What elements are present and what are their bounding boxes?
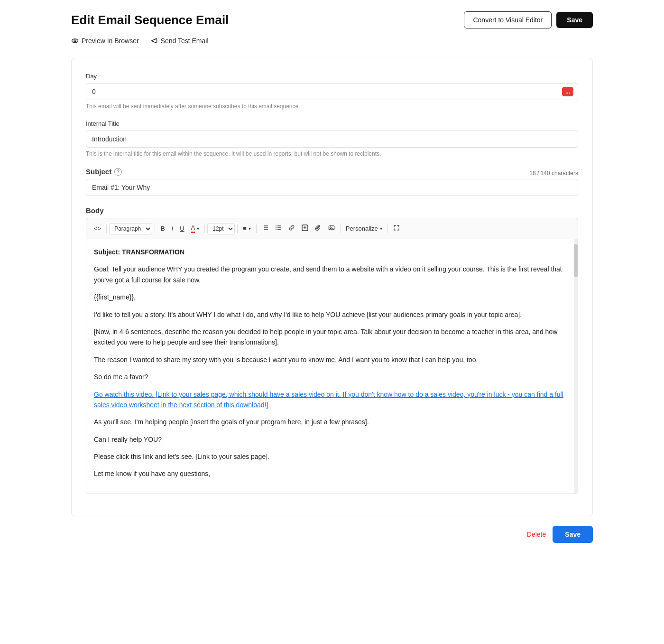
editor-content: Subject: TRANSFORMATION Goal: Tell your … xyxy=(94,247,570,479)
svg-point-16 xyxy=(276,229,277,230)
bold-label: B xyxy=(160,225,165,232)
insert-plus-button[interactable] xyxy=(299,223,311,234)
svg-text:3: 3 xyxy=(262,228,264,231)
align-button[interactable]: ≡ ▾ xyxy=(240,223,254,234)
personalize-button[interactable]: Personalize ▾ xyxy=(343,223,385,234)
ordered-list-icon: 1 2 3 xyxy=(262,224,268,233)
editor-para-11: Let me know if you have any questions, xyxy=(94,468,570,479)
link-button[interactable] xyxy=(286,223,298,234)
subject-help-icon[interactable]: ? xyxy=(114,168,122,176)
font-color-button[interactable]: A ▾ xyxy=(188,222,203,235)
divider-6 xyxy=(340,224,341,233)
editor-para-1: Goal: Tell your audience WHY you created… xyxy=(94,264,570,285)
attach-icon xyxy=(315,224,322,233)
preview-label: Preview In Browser xyxy=(82,37,139,45)
internal-title-input[interactable] xyxy=(86,131,578,148)
footer-actions: Delete Save xyxy=(71,526,593,543)
paragraph-select[interactable]: Paragraph Heading 1 Heading 2 xyxy=(109,223,152,234)
attach-button[interactable] xyxy=(312,223,324,234)
editor-para-9: Can I really help YOU? xyxy=(94,434,570,445)
link-icon xyxy=(288,224,295,233)
subject-char-count: 18 / 140 characters xyxy=(529,170,578,177)
editor-body[interactable]: Subject: TRANSFORMATION Goal: Tell your … xyxy=(86,239,578,494)
eye-icon xyxy=(71,37,79,45)
send-test-email-link[interactable]: Send Test Email xyxy=(150,37,209,45)
fullscreen-icon xyxy=(393,224,400,233)
svg-point-0 xyxy=(72,39,78,43)
font-color-caret: ▾ xyxy=(197,226,199,231)
subject-label-row: Subject ? 18 / 140 characters xyxy=(86,168,578,179)
svg-point-15 xyxy=(276,227,277,228)
editor-para-7: Go watch this video. [Link to your sales… xyxy=(94,389,570,411)
unordered-list-button[interactable] xyxy=(272,223,285,234)
day-label: Day xyxy=(86,73,578,80)
editor-para-8: As you'll see, I'm helping people [inser… xyxy=(94,417,570,427)
scrollbar-thumb[interactable] xyxy=(574,244,578,277)
body-label: Body xyxy=(86,206,578,215)
day-field-row: ... xyxy=(86,83,578,100)
personalize-caret: ▾ xyxy=(380,226,382,231)
scrollbar-track xyxy=(574,239,578,494)
align-icon: ≡ xyxy=(243,225,247,232)
day-input[interactable] xyxy=(86,83,578,100)
divider-1 xyxy=(106,224,107,233)
subject-input[interactable] xyxy=(86,179,578,196)
form-section: Day ... This email will be sent immediat… xyxy=(71,58,593,516)
delete-button[interactable]: Delete xyxy=(527,531,546,538)
underline-button[interactable]: U xyxy=(177,223,187,234)
body-group: Body <> Paragraph Heading 1 Heading 2 B … xyxy=(86,206,578,494)
italic-label: I xyxy=(172,225,174,232)
subject-group: Subject ? 18 / 140 characters xyxy=(86,168,578,196)
fullscreen-button[interactable] xyxy=(390,223,403,234)
divider-7 xyxy=(387,224,388,233)
divider-5 xyxy=(256,224,257,233)
divider-2 xyxy=(155,224,155,233)
font-size-select[interactable]: 12pt 10pt 14pt 16pt 18pt xyxy=(207,223,235,234)
divider-3 xyxy=(204,224,205,233)
code-view-button[interactable]: <> xyxy=(91,223,104,234)
toolbar-links: Preview In Browser Send Test Email xyxy=(71,37,593,45)
editor-toolbar: <> Paragraph Heading 1 Heading 2 B I U xyxy=(86,218,578,239)
code-icon: <> xyxy=(94,225,101,232)
internal-title-label: Internal Title xyxy=(86,120,578,127)
preview-in-browser-link[interactable]: Preview In Browser xyxy=(71,37,139,45)
editor-para-3: I'd like to tell you a story. It's about… xyxy=(94,309,570,320)
unordered-list-icon xyxy=(275,224,282,233)
editor-link[interactable]: Go watch this video. [Link to your sales… xyxy=(94,391,563,409)
editor-para-5: The reason I wanted to share my story wi… xyxy=(94,355,570,365)
convert-to-visual-editor-button[interactable]: Convert to Visual Editor xyxy=(464,11,552,28)
svg-point-14 xyxy=(276,225,277,226)
svg-line-3 xyxy=(151,41,157,43)
subject-label: Subject ? xyxy=(86,168,122,176)
page-title: Edit Email Sequence Email xyxy=(71,13,229,28)
personalize-label: Personalize xyxy=(346,225,378,232)
day-group: Day ... This email will be sent immediat… xyxy=(86,73,578,110)
bold-button[interactable]: B xyxy=(157,223,167,234)
editor-para-6: So do me a favor? xyxy=(94,372,570,382)
ordered-list-button[interactable]: 1 2 3 xyxy=(259,223,271,234)
editor-para-10: Please click this link and let's see. [L… xyxy=(94,451,570,462)
day-hint: This email will be sent immediately afte… xyxy=(86,103,578,110)
image-icon xyxy=(328,224,335,233)
save-top-button[interactable]: Save xyxy=(556,12,593,28)
internal-title-hint: This is the internal title for this emai… xyxy=(86,150,578,157)
italic-button[interactable]: I xyxy=(169,223,176,234)
send-test-label: Send Test Email xyxy=(161,37,209,45)
header-buttons: Convert to Visual Editor Save xyxy=(464,11,593,28)
internal-title-group: Internal Title This is the internal titl… xyxy=(86,120,578,157)
day-badge[interactable]: ... xyxy=(562,87,573,96)
editor-subject-line: Subject: TRANSFORMATION xyxy=(94,247,570,257)
image-button[interactable] xyxy=(325,223,338,234)
send-icon xyxy=(150,37,158,45)
plus-icon xyxy=(302,224,308,233)
font-color-label: A xyxy=(191,224,195,233)
divider-4 xyxy=(237,224,238,233)
editor-para-2: {{first_name}}, xyxy=(94,292,570,302)
save-bottom-button[interactable]: Save xyxy=(553,526,593,543)
editor-para-4: [Now, in 4-6 sentences, describe the rea… xyxy=(94,327,570,348)
align-caret: ▾ xyxy=(249,226,251,231)
underline-label: U xyxy=(180,225,184,232)
svg-point-1 xyxy=(74,40,76,42)
